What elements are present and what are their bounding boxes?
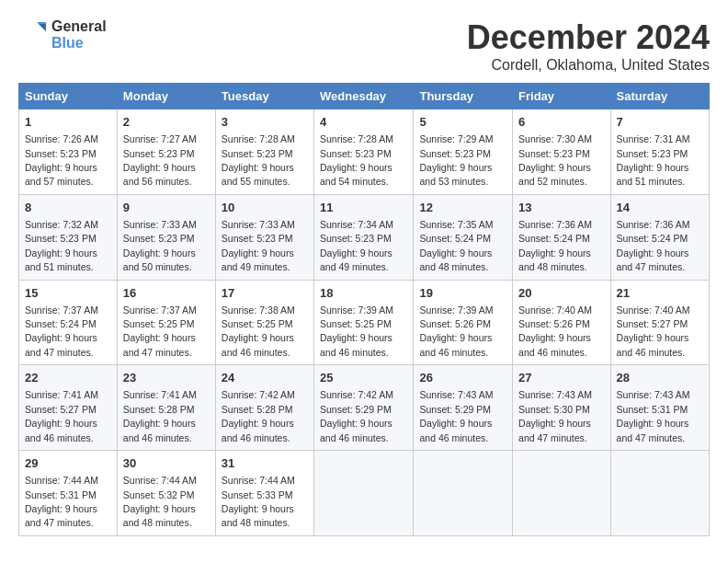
calendar-cell: 23Sunrise: 7:41 AMSunset: 5:28 PMDayligh… <box>117 365 215 451</box>
col-tuesday: Tuesday <box>215 84 313 109</box>
day-info: Sunrise: 7:31 AMSunset: 5:23 PMDaylight:… <box>617 133 690 187</box>
day-info: Sunrise: 7:41 AMSunset: 5:27 PMDaylight:… <box>25 389 98 442</box>
calendar-week-row: 1Sunrise: 7:26 AMSunset: 5:23 PMDaylight… <box>19 109 710 195</box>
header-section: General Blue December 2024 Cordell, Okla… <box>18 18 710 74</box>
day-info: Sunrise: 7:34 AMSunset: 5:23 PMDaylight:… <box>320 219 393 272</box>
day-number: 2 <box>123 114 210 131</box>
col-monday: Monday <box>117 84 215 109</box>
calendar-cell: 16Sunrise: 7:37 AMSunset: 5:25 PMDayligh… <box>117 280 215 365</box>
calendar-cell: 17Sunrise: 7:38 AMSunset: 5:25 PMDayligh… <box>215 280 313 365</box>
day-number: 9 <box>123 200 210 216</box>
day-number: 5 <box>419 114 506 131</box>
day-number: 23 <box>123 370 210 386</box>
day-info: Sunrise: 7:44 AMSunset: 5:32 PMDaylight:… <box>123 475 197 528</box>
col-wednesday: Wednesday <box>314 84 414 109</box>
calendar-cell <box>314 451 414 536</box>
day-info: Sunrise: 7:39 AMSunset: 5:26 PMDaylight:… <box>419 304 493 358</box>
calendar-cell: 30Sunrise: 7:44 AMSunset: 5:32 PMDayligh… <box>117 451 215 536</box>
day-number: 26 <box>419 370 506 386</box>
calendar-cell <box>414 451 513 536</box>
day-number: 10 <box>222 200 308 216</box>
day-number: 4 <box>320 114 407 131</box>
title-section: December 2024 Cordell, Oklahoma, United … <box>467 18 710 74</box>
calendar-week-row: 8Sunrise: 7:32 AMSunset: 5:23 PMDaylight… <box>19 194 710 280</box>
calendar-cell: 3Sunrise: 7:28 AMSunset: 5:23 PMDaylight… <box>215 109 313 195</box>
day-info: Sunrise: 7:44 AMSunset: 5:33 PMDaylight:… <box>222 475 295 528</box>
calendar-cell: 2Sunrise: 7:27 AMSunset: 5:23 PMDaylight… <box>117 109 215 195</box>
day-info: Sunrise: 7:28 AMSunset: 5:23 PMDaylight:… <box>222 133 295 187</box>
day-number: 3 <box>222 114 308 131</box>
calendar-cell: 18Sunrise: 7:39 AMSunset: 5:25 PMDayligh… <box>314 280 414 365</box>
day-number: 31 <box>222 455 308 472</box>
day-info: Sunrise: 7:42 AMSunset: 5:28 PMDaylight:… <box>222 389 295 442</box>
day-number: 20 <box>518 285 604 302</box>
calendar-cell: 20Sunrise: 7:40 AMSunset: 5:26 PMDayligh… <box>513 280 610 365</box>
day-info: Sunrise: 7:44 AMSunset: 5:31 PMDaylight:… <box>25 475 98 528</box>
day-number: 29 <box>25 455 111 472</box>
day-info: Sunrise: 7:32 AMSunset: 5:23 PMDaylight:… <box>25 219 98 272</box>
day-number: 6 <box>518 114 604 131</box>
month-title: December 2024 <box>467 18 710 57</box>
calendar-cell: 22Sunrise: 7:41 AMSunset: 5:27 PMDayligh… <box>19 365 118 451</box>
calendar-cell: 24Sunrise: 7:42 AMSunset: 5:28 PMDayligh… <box>215 365 313 451</box>
day-number: 13 <box>518 200 604 216</box>
location: Cordell, Oklahoma, United States <box>467 57 710 74</box>
day-info: Sunrise: 7:33 AMSunset: 5:23 PMDaylight:… <box>123 219 197 272</box>
calendar-cell: 10Sunrise: 7:33 AMSunset: 5:23 PMDayligh… <box>215 194 313 280</box>
calendar-cell: 9Sunrise: 7:33 AMSunset: 5:23 PMDaylight… <box>117 194 215 280</box>
day-number: 18 <box>320 285 407 302</box>
calendar-cell: 27Sunrise: 7:43 AMSunset: 5:30 PMDayligh… <box>513 365 610 451</box>
calendar-cell <box>513 451 610 536</box>
calendar-cell: 19Sunrise: 7:39 AMSunset: 5:26 PMDayligh… <box>414 280 513 365</box>
logo: General Blue <box>18 18 107 52</box>
calendar-cell: 6Sunrise: 7:30 AMSunset: 5:23 PMDaylight… <box>513 109 610 195</box>
logo-general: General <box>51 18 107 35</box>
calendar-cell: 26Sunrise: 7:43 AMSunset: 5:29 PMDayligh… <box>414 365 513 451</box>
day-info: Sunrise: 7:36 AMSunset: 5:24 PMDaylight:… <box>617 219 690 272</box>
calendar-week-row: 22Sunrise: 7:41 AMSunset: 5:27 PMDayligh… <box>19 365 710 451</box>
day-info: Sunrise: 7:40 AMSunset: 5:26 PMDaylight:… <box>518 304 592 358</box>
day-info: Sunrise: 7:43 AMSunset: 5:31 PMDaylight:… <box>617 389 690 442</box>
day-info: Sunrise: 7:41 AMSunset: 5:28 PMDaylight:… <box>123 389 197 442</box>
day-number: 24 <box>222 370 308 386</box>
day-number: 28 <box>617 370 703 386</box>
calendar-cell: 21Sunrise: 7:40 AMSunset: 5:27 PMDayligh… <box>610 280 709 365</box>
calendar-table: Sunday Monday Tuesday Wednesday Thursday… <box>18 83 710 536</box>
day-info: Sunrise: 7:29 AMSunset: 5:23 PMDaylight:… <box>419 133 493 187</box>
day-number: 11 <box>320 200 407 216</box>
day-info: Sunrise: 7:28 AMSunset: 5:23 PMDaylight:… <box>320 133 393 187</box>
day-info: Sunrise: 7:43 AMSunset: 5:30 PMDaylight:… <box>518 389 592 442</box>
logo-svg <box>18 20 48 50</box>
col-saturday: Saturday <box>610 84 709 109</box>
calendar-cell: 15Sunrise: 7:37 AMSunset: 5:24 PMDayligh… <box>19 280 118 365</box>
day-info: Sunrise: 7:40 AMSunset: 5:27 PMDaylight:… <box>617 304 690 358</box>
day-number: 17 <box>222 285 308 302</box>
day-info: Sunrise: 7:36 AMSunset: 5:24 PMDaylight:… <box>518 219 592 272</box>
day-info: Sunrise: 7:37 AMSunset: 5:25 PMDaylight:… <box>123 304 197 358</box>
col-sunday: Sunday <box>19 84 118 109</box>
day-number: 21 <box>617 285 703 302</box>
day-number: 30 <box>123 455 210 472</box>
calendar-cell: 4Sunrise: 7:28 AMSunset: 5:23 PMDaylight… <box>314 109 414 195</box>
day-info: Sunrise: 7:35 AMSunset: 5:24 PMDaylight:… <box>419 219 493 272</box>
col-friday: Friday <box>513 84 610 109</box>
day-number: 12 <box>419 200 506 216</box>
logo-blue: Blue <box>51 35 107 52</box>
day-number: 22 <box>25 370 111 386</box>
day-info: Sunrise: 7:30 AMSunset: 5:23 PMDaylight:… <box>518 133 592 187</box>
calendar-week-row: 29Sunrise: 7:44 AMSunset: 5:31 PMDayligh… <box>19 451 710 536</box>
day-number: 16 <box>123 285 210 302</box>
calendar-cell: 13Sunrise: 7:36 AMSunset: 5:24 PMDayligh… <box>513 194 610 280</box>
day-number: 1 <box>25 114 111 131</box>
calendar-header-row: Sunday Monday Tuesday Wednesday Thursday… <box>19 84 710 109</box>
day-info: Sunrise: 7:38 AMSunset: 5:25 PMDaylight:… <box>222 304 295 358</box>
day-number: 14 <box>617 200 703 216</box>
day-info: Sunrise: 7:33 AMSunset: 5:23 PMDaylight:… <box>222 219 295 272</box>
calendar-week-row: 15Sunrise: 7:37 AMSunset: 5:24 PMDayligh… <box>19 280 710 365</box>
calendar-cell: 8Sunrise: 7:32 AMSunset: 5:23 PMDaylight… <box>19 194 118 280</box>
calendar-cell: 14Sunrise: 7:36 AMSunset: 5:24 PMDayligh… <box>610 194 709 280</box>
day-info: Sunrise: 7:39 AMSunset: 5:25 PMDaylight:… <box>320 304 393 358</box>
day-number: 19 <box>419 285 506 302</box>
day-number: 27 <box>518 370 604 386</box>
calendar-cell: 29Sunrise: 7:44 AMSunset: 5:31 PMDayligh… <box>19 451 118 536</box>
